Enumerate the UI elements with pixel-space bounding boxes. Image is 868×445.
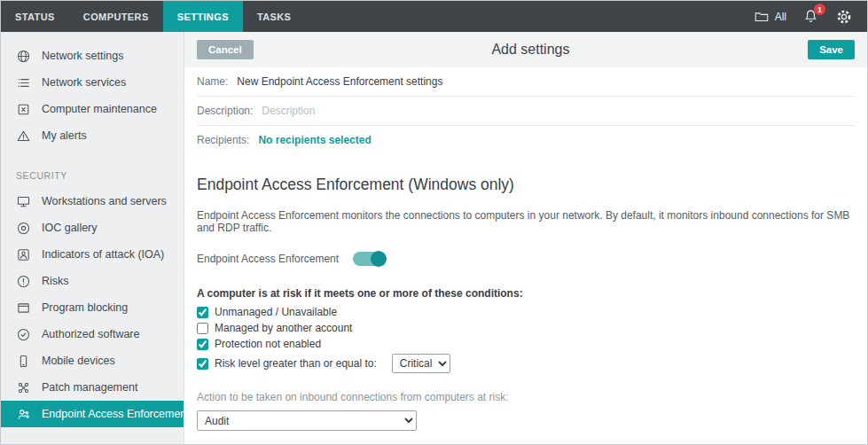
condition-protection-checkbox[interactable] <box>197 339 208 350</box>
action-block: Action to be taken on inbound connection… <box>197 391 855 431</box>
sidebar-item-label: Patch management <box>42 381 137 394</box>
sidebar-item-indicators-of-attack[interactable]: Indicators of attack (IOA) <box>1 241 184 268</box>
sidebar-item-label: Endpoint Access Enforcement <box>42 408 184 420</box>
sidebar-item-workstations-and-servers[interactable]: Workstations and servers <box>1 188 184 215</box>
sidebar-item-my-alerts[interactable]: My alerts <box>1 122 184 149</box>
section-title: Endpoint Access Enforcement (Windows onl… <box>197 176 855 194</box>
settings-form: Name: New Endpoint Access Enforcement se… <box>184 67 867 444</box>
phone-icon <box>16 354 31 369</box>
sidebar-item-ioc-gallery[interactable]: IOC gallery <box>1 215 184 241</box>
name-row: Name: New Endpoint Access Enforcement se… <box>197 67 855 97</box>
description-field[interactable] <box>262 105 545 117</box>
filter-all-button[interactable]: All <box>754 9 786 25</box>
nodes-icon <box>16 380 31 395</box>
page-title: Add settings <box>254 42 808 58</box>
condition-managed-other-checkbox[interactable] <box>197 323 208 334</box>
save-button[interactable]: Save <box>808 40 855 59</box>
sidebar-item-label: Authorized software <box>42 328 139 340</box>
folder-icon <box>754 9 770 25</box>
sidebar-item-mobile-devices[interactable]: Mobile devices <box>1 347 184 374</box>
sidebar-item-label: IOC gallery <box>42 222 98 234</box>
condition-unmanaged-checkbox[interactable] <box>197 307 208 318</box>
eae-toggle-row: Endpoint Access Enforcement <box>197 252 855 266</box>
action-select[interactable]: Audit <box>197 410 417 431</box>
condition-label: Protection not enabled <box>215 338 321 350</box>
sidebar-item-authorized-software[interactable]: Authorized software <box>1 321 184 347</box>
main-content: Cancel Add settings Save Name: New Endpo… <box>184 32 867 444</box>
cancel-button[interactable]: Cancel <box>197 40 254 59</box>
condition-row: Protection not enabled <box>197 338 855 350</box>
recipients-label: Recipients: <box>197 134 249 146</box>
target-icon <box>16 221 31 236</box>
risk-exclamation-icon <box>16 274 31 289</box>
tab-status[interactable]: STATUS <box>1 1 69 32</box>
risk-conditions: A computer is at risk if it meets one or… <box>197 287 855 373</box>
notifications-button[interactable]: 1 <box>802 8 819 25</box>
notification-badge: 1 <box>814 4 825 15</box>
sidebar-item-computer-maintenance[interactable]: Computer maintenance <box>1 96 184 122</box>
condition-label: Unmanaged / Unavailable <box>215 306 337 318</box>
sidebar-item-label: Workstations and servers <box>42 195 167 207</box>
gear-icon <box>835 8 853 26</box>
eae-toggle-label: Endpoint Access Enforcement <box>197 253 339 265</box>
topbar: STATUS COMPUTERS SETTINGS TASKS All 1 <box>1 1 867 32</box>
condition-row: Unmanaged / Unavailable <box>197 306 855 318</box>
name-label: Name: <box>197 75 228 88</box>
list-icon <box>16 75 31 90</box>
sidebar-item-label: Indicators of attack (IOA) <box>42 248 164 261</box>
check-circle-icon <box>16 327 31 342</box>
sidebar-item-network-services[interactable]: Network services <box>1 69 184 96</box>
box-x-icon <box>16 102 31 117</box>
condition-label: Risk level greater than or equal to: <box>215 357 377 370</box>
description-row: Description: <box>197 97 855 126</box>
tab-tasks[interactable]: TASKS <box>243 1 305 32</box>
name-field[interactable]: New Endpoint Access Enforcement settings <box>237 75 442 88</box>
sidebar-item-label: Risks <box>42 275 69 287</box>
sidebar-security-header: SECURITY <box>16 170 184 181</box>
eae-toggle[interactable] <box>353 252 386 266</box>
sidebar-item-label: Network services <box>42 76 126 89</box>
window-icon <box>16 301 31 316</box>
app-window: STATUS COMPUTERS SETTINGS TASKS All 1 <box>0 0 868 445</box>
section-description: Endpoint Access Enforcement monitors the… <box>197 209 855 234</box>
recipients-row: Recipients: No recipients selected <box>197 126 855 154</box>
sidebar: Network settings Network services Comput… <box>1 32 184 444</box>
sidebar-item-endpoint-access-enforcement[interactable]: Endpoint Access Enforcement <box>1 401 184 427</box>
toggle-knob <box>371 251 387 267</box>
person-network-icon <box>16 407 31 422</box>
monitor-icon <box>16 194 31 209</box>
content-header: Cancel Add settings Save <box>184 32 867 67</box>
tab-settings[interactable]: SETTINGS <box>163 1 243 32</box>
sidebar-item-label: Computer maintenance <box>42 103 157 115</box>
alert-triangle-icon <box>16 129 31 144</box>
sidebar-item-patch-management[interactable]: Patch management <box>1 374 184 401</box>
condition-row: Managed by another account <box>197 322 855 334</box>
globe-icon <box>16 49 31 64</box>
risk-level-select[interactable]: Critical <box>392 354 450 373</box>
sidebar-item-program-blocking[interactable]: Program blocking <box>1 294 184 321</box>
sidebar-item-label: Mobile devices <box>42 355 115 367</box>
conditions-heading: A computer is at risk if it meets one or… <box>197 287 855 300</box>
sidebar-item-risks[interactable]: Risks <box>1 268 184 294</box>
tab-computers[interactable]: COMPUTERS <box>69 1 163 32</box>
eae-section: Endpoint Access Enforcement (Windows onl… <box>197 176 855 444</box>
sidebar-item-network-settings[interactable]: Network settings <box>1 43 184 69</box>
description-label: Description: <box>197 105 253 117</box>
topbar-actions: All 1 <box>754 1 867 32</box>
action-label: Action to be taken on inbound connection… <box>197 391 855 403</box>
recipients-link[interactable]: No recipients selected <box>258 134 371 146</box>
filter-all-label: All <box>775 11 786 23</box>
condition-row: Risk level greater than or equal to: Cri… <box>197 354 855 373</box>
sidebar-item-label: Program blocking <box>42 301 128 314</box>
settings-gear-button[interactable] <box>835 8 853 26</box>
condition-label: Managed by another account <box>215 322 352 334</box>
person-card-icon <box>16 247 31 262</box>
sidebar-item-label: Network settings <box>42 50 123 62</box>
main-nav: STATUS COMPUTERS SETTINGS TASKS <box>1 1 305 32</box>
sidebar-item-label: My alerts <box>42 129 87 142</box>
condition-risk-level-checkbox[interactable] <box>197 358 208 370</box>
